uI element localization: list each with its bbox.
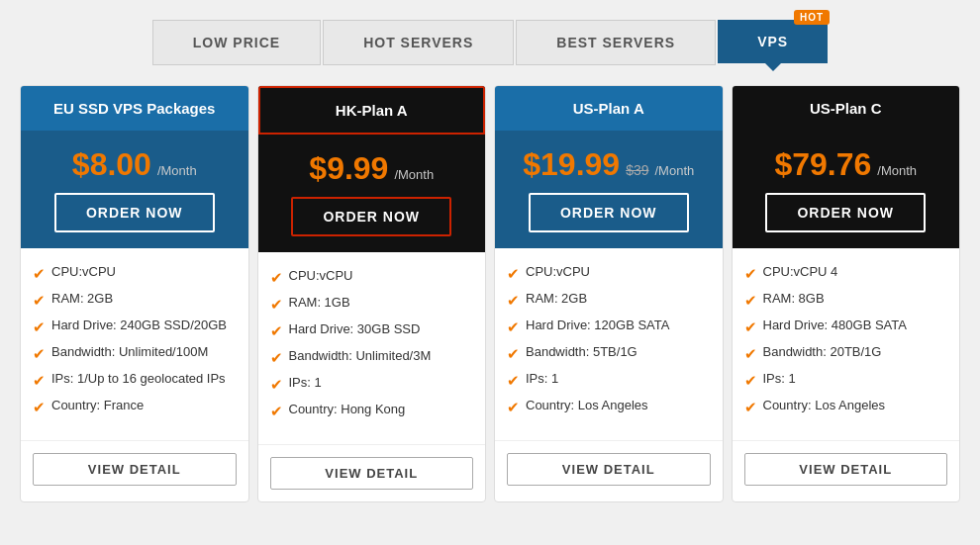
feature-text: Bandwidth: 20TB/1G [763,344,882,359]
card-features: ✔CPU:vCPU✔RAM: 1GB✔Hard Drive: 30GB SSD✔… [258,252,486,444]
order-now-button[interactable]: ORDER NOW [529,193,689,232]
check-icon: ✔ [270,296,283,314]
card-title: US-Plan A [573,100,644,117]
feature-item: ✔IPs: 1 [744,371,948,390]
card-eu-ssd: EU SSD VPS Packages$8.00/MonthORDER NOW✔… [20,85,249,502]
check-icon: ✔ [507,372,520,390]
feature-text: Hard Drive: 240GB SSD/20GB [51,318,227,332]
card-footer: VIEW DETAIL [21,440,248,498]
price-period: /Month [157,163,197,178]
check-icon: ✔ [507,399,520,416]
feature-text: IPs: 1 [289,375,322,390]
cards-container: EU SSD VPS Packages$8.00/MonthORDER NOW✔… [20,85,960,502]
tab-best-servers[interactable]: BEST SERVERS [516,20,716,65]
order-now-button[interactable]: ORDER NOW [765,193,926,232]
price-original: $39 [626,162,648,178]
feature-item: ✔Bandwidth: 20TB/1G [744,344,948,363]
tab-low-price[interactable]: LOW PRICE [152,20,321,65]
check-icon: ✔ [33,318,46,336]
tab-label: BEST SERVERS [556,35,675,50]
feature-text: Hard Drive: 30GB SSD [289,321,421,336]
price-line: $79.76/Month [742,146,950,183]
check-icon: ✔ [33,399,46,416]
feature-item: ✔Bandwidth: Unlimited/100M [33,344,237,363]
view-detail-button[interactable]: VIEW DETAIL [744,453,948,486]
card-footer: VIEW DETAIL [733,440,960,498]
feature-item: ✔IPs: 1/Up to 16 geolocated IPs [33,371,237,390]
card-title: EU SSD VPS Packages [53,100,215,117]
check-icon: ✔ [744,372,757,390]
feature-text: CPU:vCPU [526,264,590,279]
check-icon: ✔ [744,318,757,336]
feature-item: ✔Hard Drive: 240GB SSD/20GB [33,318,237,336]
view-detail-button[interactable]: VIEW DETAIL [507,453,711,486]
tab-label: LOW PRICE [193,35,280,50]
price-period: /Month [394,167,434,182]
feature-text: Bandwidth: Unlimited/100M [51,344,208,359]
price-line: $9.99/Month [268,150,476,187]
feature-text: RAM: 1GB [289,295,350,310]
card-features: ✔CPU:vCPU✔RAM: 2GB✔Hard Drive: 240GB SSD… [21,248,248,440]
feature-item: ✔RAM: 2GB [507,291,711,310]
feature-item: ✔RAM: 8GB [744,291,948,310]
check-icon: ✔ [270,349,283,367]
check-icon: ✔ [33,372,46,390]
feature-item: ✔Country: Los Angeles [507,398,711,416]
view-detail-button[interactable]: VIEW DETAIL [270,457,474,490]
feature-text: Country: Hong Kong [289,402,406,416]
card-features: ✔CPU:vCPU✔RAM: 2GB✔Hard Drive: 120GB SAT… [495,248,723,440]
view-detail-button[interactable]: VIEW DETAIL [33,453,237,486]
feature-item: ✔RAM: 2GB [33,291,237,310]
order-now-button[interactable]: ORDER NOW [291,197,451,236]
tab-label: HOT SERVERS [363,35,473,50]
hot-badge: HOT [794,10,830,25]
card-footer: VIEW DETAIL [258,444,486,501]
feature-item: ✔IPs: 1 [507,371,711,390]
price-line: $8.00/Month [31,146,239,183]
card-header: US-Plan A [495,86,723,131]
feature-text: RAM: 2GB [526,291,587,306]
feature-item: ✔IPs: 1 [270,375,474,394]
feature-item: ✔CPU:vCPU 4 [744,264,948,283]
tab-label: VPS [757,34,788,49]
feature-item: ✔RAM: 1GB [270,295,474,314]
card-us-plan-a: US-Plan A$19.99$39/MonthORDER NOW✔CPU:vC… [494,85,724,502]
card-title: US-Plan C [810,100,882,117]
card-header: HK-Plan A [258,86,486,135]
card-footer: VIEW DETAIL [495,440,723,498]
price-amount: $8.00 [72,146,151,183]
feature-text: RAM: 2GB [51,291,113,306]
card-header: US-Plan C [733,86,960,131]
feature-item: ✔Country: Los Angeles [744,398,948,416]
feature-text: Bandwidth: 5TB/1G [526,344,637,359]
feature-text: Country: Los Angeles [763,398,886,412]
card-title: HK-Plan A [336,102,408,119]
price-amount: $9.99 [309,150,388,187]
order-now-button[interactable]: ORDER NOW [54,193,215,232]
check-icon: ✔ [507,345,520,363]
feature-text: CPU:vCPU 4 [763,264,838,279]
card-hk-plan-a: HK-Plan A$9.99/MonthORDER NOW✔CPU:vCPU✔R… [257,85,487,502]
feature-text: Country: France [51,398,144,412]
feature-text: IPs: 1/Up to 16 geolocated IPs [51,371,226,386]
feature-text: Hard Drive: 120GB SATA [526,318,669,332]
check-icon: ✔ [744,345,757,363]
card-features: ✔CPU:vCPU 4✔RAM: 8GB✔Hard Drive: 480GB S… [733,248,960,440]
check-icon: ✔ [33,265,46,283]
check-icon: ✔ [507,265,520,283]
card-price-section: $8.00/MonthORDER NOW [21,131,248,248]
feature-text: IPs: 1 [763,371,796,386]
tabs-container: LOW PRICEHOT SERVERSBEST SERVERSVPSHOT [20,20,960,65]
tab-hot-servers[interactable]: HOT SERVERS [323,20,514,65]
tab-vps[interactable]: VPSHOT [718,20,828,63]
check-icon: ✔ [33,292,46,310]
price-line: $19.99$39/Month [505,146,713,183]
price-amount: $19.99 [523,146,620,183]
cards-wrapper: EU SSD VPS Packages$8.00/MonthORDER NOW✔… [20,85,960,502]
card-us-plan-c: US-Plan C$79.76/MonthORDER NOW✔CPU:vCPU … [732,85,961,502]
check-icon: ✔ [744,265,757,283]
check-icon: ✔ [744,292,757,310]
feature-text: Bandwidth: Unlimited/3M [289,348,432,363]
feature-text: Country: Los Angeles [526,398,648,412]
check-icon: ✔ [507,292,520,310]
